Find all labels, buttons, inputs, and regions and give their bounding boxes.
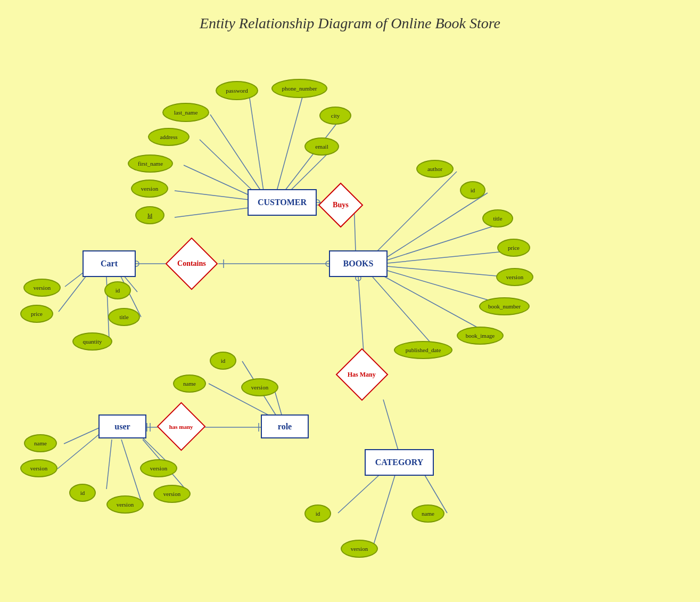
- entity-role[interactable]: role: [261, 414, 309, 438]
- attr-cust-id: Id: [135, 206, 164, 224]
- entity-books[interactable]: BOOKS: [329, 250, 388, 277]
- svg-line-26: [59, 272, 89, 312]
- svg-line-5: [200, 140, 258, 196]
- attr-role-name: name: [173, 375, 206, 393]
- svg-line-6: [184, 165, 253, 197]
- attr-role-id: id: [210, 352, 236, 370]
- svg-line-12: [373, 172, 457, 256]
- attr-cat-version: version: [341, 540, 378, 558]
- attr-cust-lastname: last_name: [162, 103, 209, 122]
- attr-user-id: id: [69, 484, 96, 502]
- attr-cust-version: version: [131, 180, 168, 198]
- svg-line-44: [106, 440, 112, 489]
- attr-cart-version: version: [23, 279, 61, 297]
- svg-line-2: [277, 93, 303, 191]
- attr-cust-city: city: [319, 107, 351, 125]
- attr-cust-address: address: [148, 128, 190, 146]
- svg-line-32: [383, 400, 398, 450]
- relation-contains: Contains: [166, 238, 218, 290]
- attr-user-version4: version: [153, 485, 191, 503]
- attr-books-price: price: [497, 239, 530, 257]
- svg-line-3: [285, 118, 341, 191]
- attr-cart-price: price: [20, 305, 53, 323]
- connection-lines: [0, 0, 700, 602]
- attr-user-name: name: [24, 434, 57, 452]
- attr-books-title: title: [482, 209, 513, 227]
- attr-cust-firstname: first_name: [128, 154, 173, 173]
- svg-line-50: [274, 389, 282, 417]
- attr-cust-phone: phone_number: [271, 79, 327, 98]
- svg-line-34: [373, 475, 395, 548]
- attr-cart-title: title: [108, 308, 140, 326]
- attr-cust-password: password: [216, 81, 258, 100]
- svg-line-43: [57, 433, 101, 469]
- attr-books-pubdate: published_date: [394, 341, 452, 359]
- svg-line-30: [358, 277, 364, 352]
- svg-line-45: [121, 440, 141, 501]
- svg-line-7: [175, 191, 249, 200]
- attr-cat-id: id: [304, 505, 331, 523]
- entity-customer[interactable]: CUSTOMER: [248, 189, 317, 216]
- relation-buys: Buys: [318, 183, 364, 228]
- attr-cart-quantity: quantity: [72, 332, 112, 351]
- attr-books-version: version: [496, 268, 533, 286]
- svg-line-0: [210, 115, 261, 191]
- svg-line-42: [64, 426, 103, 444]
- attr-books-id: id: [460, 181, 485, 199]
- attr-cust-email: email: [304, 137, 339, 156]
- attr-books-bookimage: book_image: [457, 327, 504, 345]
- diagram-title: Entity Relationship Diagram of Online Bo…: [0, 15, 700, 32]
- relation-hasmany2: has many: [157, 402, 206, 451]
- attr-user-version3: version: [140, 459, 177, 477]
- svg-line-1: [249, 95, 263, 191]
- svg-line-8: [175, 208, 249, 217]
- attr-cat-name: name: [411, 505, 444, 523]
- attr-role-version: version: [241, 378, 278, 396]
- entity-user[interactable]: user: [98, 414, 146, 438]
- attr-books-author: author: [416, 160, 454, 178]
- entity-cart[interactable]: Cart: [83, 250, 136, 277]
- attr-user-version: version: [20, 459, 57, 477]
- attr-cart-id: id: [104, 281, 131, 299]
- er-diagram-canvas: Entity Relationship Diagram of Online Bo…: [0, 0, 700, 602]
- svg-line-19: [373, 277, 438, 351]
- svg-line-33: [338, 475, 379, 513]
- svg-line-13: [388, 193, 488, 257]
- entity-category[interactable]: CATEGORY: [365, 449, 434, 476]
- relation-hasmany: Has Many: [336, 348, 389, 401]
- attr-user-version2: version: [106, 495, 144, 514]
- attr-books-booknumber: book_number: [479, 297, 530, 315]
